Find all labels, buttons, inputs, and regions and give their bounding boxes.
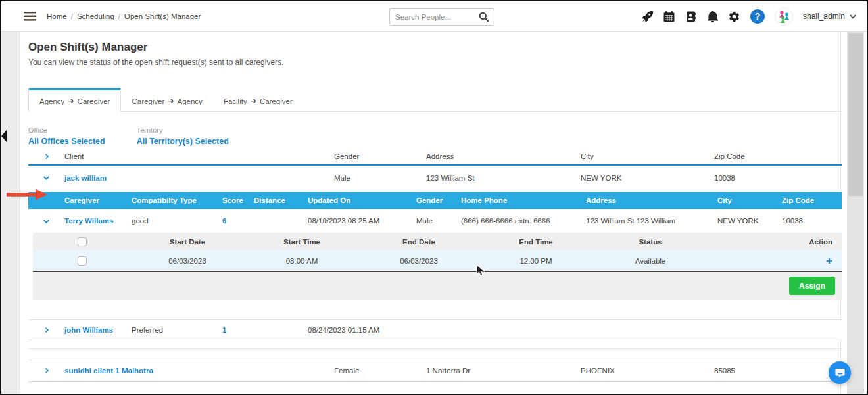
assign-bar: Assign (33, 272, 842, 300)
caregiver-name-link[interactable]: john Williams (64, 326, 132, 334)
page-subtitle: You can view the status of the open shif… (28, 58, 840, 67)
shift-checkbox[interactable] (78, 256, 87, 266)
shift-table-header: Start Date Start Time End Date End Time … (33, 233, 842, 251)
breadcrumb-home[interactable]: Home (47, 12, 67, 20)
status-text: Available (594, 257, 706, 265)
client-table-header: Client Gender Address City Zip Code (28, 152, 842, 166)
caregiver-table-header: Caregiver Compatibilty Type Score Distan… (28, 192, 842, 209)
col-action: Action (706, 238, 842, 246)
client-row-sunidhi: sunidhi client 1 Malhotra Female 1 Norte… (28, 360, 842, 382)
filters: Office All Offices Selected Territory Al… (28, 126, 840, 146)
collapse-row-icon[interactable] (28, 174, 64, 181)
main-panel: Open Shift(s) Manager You can view the s… (20, 32, 841, 394)
score-link[interactable]: 1 (222, 326, 254, 334)
assign-button[interactable]: Assign (789, 277, 835, 295)
col-start-time: Start Time (243, 238, 360, 246)
chevron-down-icon (850, 14, 856, 19)
office-filter: Office All Offices Selected (28, 126, 105, 146)
client-name-link[interactable]: sunidhi client 1 Malhotra (64, 367, 334, 375)
tab-agency-caregiver[interactable]: Agency ➔ Caregiver (28, 88, 121, 112)
top-bar: Home / Scheduling / Open Shift(s) Manage… (1, 1, 867, 32)
expand-row-icon[interactable] (28, 367, 64, 374)
add-shift-plus-icon[interactable]: + (706, 254, 842, 267)
user-menu[interactable]: shail_admin (803, 12, 856, 21)
col-gender: Gender (334, 152, 426, 160)
territory-label: Territory (137, 126, 229, 134)
col-caregiver: Caregiver (64, 197, 132, 204)
score-link[interactable]: 6 (222, 217, 254, 225)
col-score: Score (222, 197, 254, 204)
sidebar-collapse-arrow-icon[interactable] (1, 130, 7, 142)
tab-bar: Agency ➔ Caregiver Caregiver ➔ Agency Fa… (28, 88, 840, 112)
tab-facility-caregiver[interactable]: Facility ➔ Caregiver (213, 90, 303, 111)
avatar[interactable] (775, 7, 793, 26)
search-input[interactable] (395, 13, 479, 21)
breadcrumb-separator: / (71, 12, 73, 20)
scrollbar-track[interactable] (847, 32, 864, 394)
col-cg-city: City (717, 197, 782, 204)
hamburger-menu-icon[interactable] (24, 12, 36, 21)
col-zip: Zip Code (714, 152, 842, 160)
col-start-date: Start Date (132, 238, 243, 246)
col-cg-gender: Gender (416, 197, 461, 204)
col-distance: Distance (254, 197, 308, 204)
col-end-time: End Time (477, 238, 594, 246)
arrow-right-icon: ➔ (68, 97, 74, 105)
breadcrumb: Home / Scheduling / Open Shift(s) Manage… (47, 12, 201, 20)
chat-bubble-icon (834, 367, 846, 379)
col-address: Address (426, 152, 581, 160)
caregiver-row-terry-willams: Terry Willams good 6 08/10/2023 08:25 AM… (28, 209, 842, 233)
office-label: Office (28, 126, 105, 134)
select-all-checkbox[interactable] (78, 237, 87, 246)
search-icon[interactable] (479, 12, 489, 22)
section-divider (28, 348, 842, 349)
annotation-arrow-icon (7, 189, 47, 203)
username: shail_admin (803, 12, 845, 21)
caregiver-name-link[interactable]: Terry Willams (64, 217, 132, 225)
scrollbar-thumb[interactable] (848, 33, 863, 196)
expand-row-icon[interactable] (28, 327, 64, 333)
col-cg-address: Address (586, 197, 717, 204)
breadcrumb-current: Open Shift(s) Manager (124, 12, 201, 20)
contacts-book-icon[interactable] (685, 11, 697, 22)
rocket-icon[interactable] (642, 11, 654, 22)
chat-widget-button[interactable] (829, 361, 851, 384)
col-cg-zip: Zip Code (782, 197, 842, 204)
gear-icon[interactable] (729, 11, 740, 22)
breadcrumb-separator: / (118, 12, 120, 20)
breadcrumb-scheduling[interactable]: Scheduling (77, 12, 114, 20)
col-updated-on: Updated On (308, 197, 416, 204)
col-city: City (581, 152, 714, 160)
search-box (389, 8, 494, 26)
col-end-date: End Date (360, 238, 477, 246)
topbar-icons: ? shail_admin (642, 1, 856, 32)
bell-icon[interactable] (707, 11, 719, 22)
office-value-dropdown[interactable]: All Offices Selected (28, 137, 105, 146)
client-name-link[interactable]: jack william (64, 174, 334, 182)
caregiver-row-john-williams: john Williams Preferred 1 08/24/2023 01:… (28, 319, 842, 340)
collapse-row-icon[interactable] (28, 218, 64, 225)
shift-table: Start Date Start Time End Date End Time … (33, 233, 842, 272)
mouse-cursor (476, 264, 486, 280)
col-status: Status (594, 238, 706, 246)
shift-row: 06/03/2023 08:00 AM 06/03/2023 12:00 PM … (33, 251, 842, 272)
col-compatibility-type: Compatibilty Type (132, 197, 222, 204)
page-title: Open Shift(s) Manager (28, 41, 840, 54)
client-row-jack-william: jack william Male 123 William St NEW YOR… (28, 166, 842, 190)
arrow-right-icon: ➔ (251, 97, 256, 105)
expand-all-icon[interactable] (28, 153, 64, 160)
calendar-icon[interactable] (663, 11, 675, 22)
tab-caregiver-agency[interactable]: Caregiver ➔ Agency (121, 90, 212, 111)
col-client: Client (64, 152, 334, 160)
col-home-phone: Home Phone (461, 197, 586, 204)
arrow-right-icon: ➔ (168, 97, 174, 105)
territory-filter: Territory All Territory(s) Selected (137, 126, 229, 146)
territory-value-dropdown[interactable]: All Territory(s) Selected (137, 137, 229, 146)
help-icon[interactable]: ? (750, 9, 765, 24)
left-gutter (1, 32, 20, 394)
